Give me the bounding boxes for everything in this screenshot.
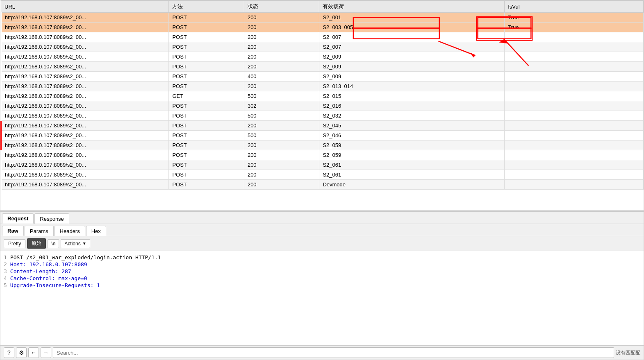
back-button[interactable]: ← [28,347,39,358]
table-section: URL 方法 状态 有效载荷 IsVul http://192.168.0.10… [0,0,644,211]
help-button[interactable]: ? [4,347,14,358]
content-toolbar: Pretty 原始 \n Actions ▼ [0,236,644,251]
content-area: 1POST /s2_001_war_exploded/login.action … [0,251,644,345]
table-row[interactable]: http://192.168.0.107:8089/s2_00... [1,121,169,131]
search-input[interactable] [53,347,614,358]
main-container: URL 方法 状态 有效载荷 IsVul http://192.168.0.10… [0,0,644,360]
table-row[interactable]: http://192.168.0.107:8089/s2_00... [1,140,169,150]
request-response-tabs: Request Response [0,212,644,224]
col-header-isvul: IsVul [505,1,644,13]
bottom-toolbar: ? ⚙ ← → 没有匹配配 [0,345,644,360]
table-row[interactable]: http://192.168.0.107:8089/s2_00... [1,111,169,121]
content-line: 3Content-Length: 287 [4,268,640,274]
table-row[interactable]: http://192.168.0.107:8089/s2_00... [1,52,169,62]
table-row[interactable]: http://192.168.0.107:8089/s2_00... [1,150,169,160]
tab-headers[interactable]: Headers [55,226,85,236]
tab-request[interactable]: Request [2,213,34,224]
table-row[interactable]: http://192.168.0.107:8089/s2_00... [1,91,169,101]
pretty-button[interactable]: Pretty [4,239,25,248]
table-row[interactable]: http://192.168.0.107:8089/s2_00... [1,62,169,72]
actions-label: Actions [64,241,80,247]
forward-button[interactable]: → [41,347,51,358]
col-header-payload: 有效载荷 [319,1,505,13]
tab-raw[interactable]: Raw [2,226,24,236]
tab-hex[interactable]: Hex [86,226,106,236]
bottom-panel: Request Response Raw Params Headers Hex … [0,211,644,360]
col-header-status: 状态 [244,1,319,13]
content-line: 2Host: 192.168.0.107:8089 [4,261,640,267]
newline-button[interactable]: \n [48,239,59,248]
table-row[interactable]: http://192.168.0.107:8089/s2_00... [1,82,169,91]
content-line: 5Upgrade-Insecure-Requests: 1 [4,282,640,288]
table-row[interactable]: http://192.168.0.107:8089/s2_00... [1,180,169,190]
settings-button[interactable]: ⚙ [16,347,27,358]
actions-button[interactable]: Actions ▼ [61,239,90,248]
content-line: 4Cache-Control: max-age=0 [4,275,640,281]
table-row[interactable]: http://192.168.0.107:8089/s2_00... [1,32,169,42]
table-row[interactable]: http://192.168.0.107:8089/s2_00... [1,160,169,170]
tab-params[interactable]: Params [25,226,54,236]
content-line: 1POST /s2_001_war_exploded/login.action … [4,254,640,260]
table-row[interactable]: http://192.168.0.107:8089/s2_00... [1,101,169,111]
table-row[interactable]: http://192.168.0.107:8089/s2_00... [1,72,169,82]
table-row[interactable]: http://192.168.0.107:8089/s2_00... [1,131,169,140]
actions-dropdown-icon: ▼ [82,241,86,246]
col-header-method: 方法 [169,1,244,13]
table-row[interactable]: http://192.168.0.107:8089/s2_00... [1,170,169,180]
raw-button[interactable]: 原始 [27,238,46,249]
raw-params-tabs: Raw Params Headers Hex [0,224,644,236]
tab-response[interactable]: Response [34,213,69,224]
request-table: URL 方法 状态 有效载荷 IsVul http://192.168.0.10… [0,0,644,190]
table-row[interactable]: http://192.168.0.107:8089/s2_00... [1,23,169,32]
table-row[interactable]: http://192.168.0.107:8089/s2_00... [1,13,169,23]
right-status-text: 没有匹配配 [616,349,640,356]
table-row[interactable]: http://192.168.0.107:8089/s2_00... [1,42,169,52]
col-header-url: URL [1,1,169,13]
